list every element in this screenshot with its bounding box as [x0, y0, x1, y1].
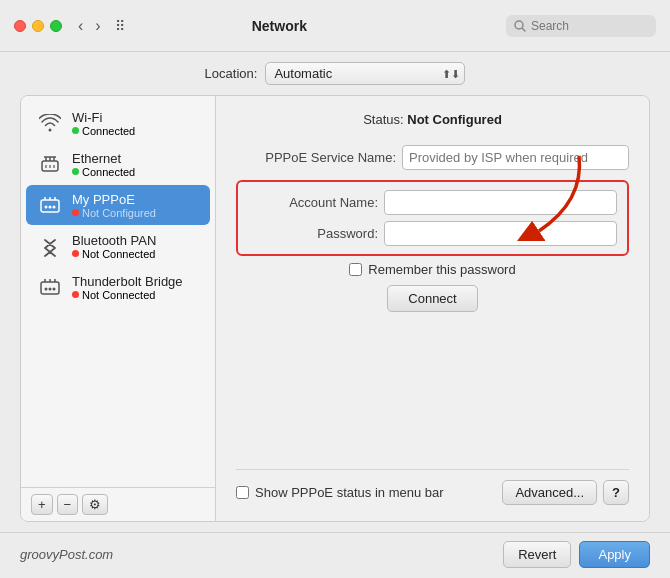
sidebar-list: Wi-Fi Connected	[21, 96, 215, 487]
remove-connection-button[interactable]: −	[57, 494, 79, 515]
svg-point-16	[53, 206, 56, 209]
add-connection-button[interactable]: +	[31, 494, 53, 515]
svg-point-22	[49, 288, 52, 291]
thunderbolt-status-text: Not Connected	[82, 289, 155, 301]
bluetooth-icon	[36, 232, 64, 260]
wifi-status-dot	[72, 127, 79, 134]
svg-line-1	[523, 28, 526, 31]
main-content: Location: Automatic Edit Locations... ⬆⬇	[0, 52, 670, 532]
bluetooth-status-text: Not Connected	[82, 248, 155, 260]
search-icon	[514, 20, 526, 32]
location-select-wrapper: Automatic Edit Locations... ⬆⬇	[265, 62, 465, 85]
sidebar-footer: + − ⚙	[21, 487, 215, 521]
ethernet-name: Ethernet	[72, 151, 135, 166]
bluetooth-item-text: Bluetooth PAN Not Connected	[72, 233, 156, 260]
ethernet-icon	[36, 150, 64, 178]
minimize-button[interactable]	[32, 20, 44, 32]
pppoe-item-text: My PPPoE Not Configured	[72, 192, 156, 219]
remember-password-checkbox[interactable]	[349, 263, 362, 276]
status-value: Not Configured	[407, 112, 502, 127]
pppoe-icon	[36, 191, 64, 219]
window-title: Network	[53, 18, 506, 34]
bluetooth-status: Not Connected	[72, 248, 156, 260]
location-select[interactable]: Automatic Edit Locations...	[265, 62, 465, 85]
right-panel-footer: Show PPPoE status in menu bar Advanced..…	[236, 469, 629, 505]
show-status-checkbox[interactable]	[236, 486, 249, 499]
wifi-name: Wi-Fi	[72, 110, 135, 125]
sidebar-item-wifi[interactable]: Wi-Fi Connected	[26, 103, 210, 143]
action-buttons: Revert Apply	[503, 541, 650, 568]
connect-row: Connect	[236, 285, 629, 312]
thunderbolt-status: Not Connected	[72, 289, 183, 301]
show-status-row: Show PPPoE status in menu bar	[236, 485, 444, 500]
pppoe-name: My PPPoE	[72, 192, 156, 207]
remember-password-label: Remember this password	[368, 262, 515, 277]
sidebar-item-pppoe[interactable]: My PPPoE Not Configured	[26, 185, 210, 225]
search-input[interactable]	[531, 19, 648, 33]
password-label: Password:	[248, 226, 378, 241]
watermark: groovyPost.com	[20, 547, 113, 562]
wifi-status-text: Connected	[82, 125, 135, 137]
bottom-bar: groovyPost.com Revert Apply	[0, 532, 670, 578]
pppoe-status: Not Configured	[72, 207, 156, 219]
help-button[interactable]: ?	[603, 480, 629, 505]
remember-password-row: Remember this password	[236, 262, 629, 277]
wifi-status: Connected	[72, 125, 135, 137]
account-name-label: Account Name:	[248, 195, 378, 210]
apply-button[interactable]: Apply	[579, 541, 650, 568]
svg-point-14	[45, 206, 48, 209]
wifi-item-text: Wi-Fi Connected	[72, 110, 135, 137]
svg-point-21	[45, 288, 48, 291]
thunderbolt-icon	[36, 273, 64, 301]
sidebar: Wi-Fi Connected	[21, 96, 216, 521]
pppoe-status-dot	[72, 209, 79, 216]
status-label: Status:	[363, 112, 403, 127]
search-box	[506, 15, 656, 37]
svg-point-0	[515, 21, 523, 29]
advanced-button[interactable]: Advanced...	[502, 480, 597, 505]
svg-point-23	[53, 288, 56, 291]
titlebar: ‹ › ⠿ Network	[0, 0, 670, 52]
location-label: Location:	[205, 66, 258, 81]
right-footer-buttons: Advanced... ?	[502, 480, 629, 505]
revert-button[interactable]: Revert	[503, 541, 571, 568]
ethernet-status: Connected	[72, 166, 135, 178]
status-line: Status: Not Configured	[236, 112, 629, 127]
connect-button[interactable]: Connect	[387, 285, 477, 312]
main-panel: Wi-Fi Connected	[20, 95, 650, 522]
bluetooth-name: Bluetooth PAN	[72, 233, 156, 248]
location-bar: Location: Automatic Edit Locations... ⬆⬇	[20, 62, 650, 85]
thunderbolt-item-text: Thunderbolt Bridge Not Connected	[72, 274, 183, 301]
svg-point-15	[49, 206, 52, 209]
close-button[interactable]	[14, 20, 26, 32]
sidebar-item-ethernet[interactable]: Ethernet Connected	[26, 144, 210, 184]
bluetooth-status-dot	[72, 250, 79, 257]
pppoe-status-text: Not Configured	[82, 207, 156, 219]
ethernet-item-text: Ethernet Connected	[72, 151, 135, 178]
sidebar-item-thunderbolt[interactable]: Thunderbolt Bridge Not Connected	[26, 267, 210, 307]
ethernet-status-text: Connected	[82, 166, 135, 178]
wifi-icon	[36, 109, 64, 137]
settings-connection-button[interactable]: ⚙	[82, 494, 108, 515]
right-panel: Status: Not Configured PPPoE Service	[216, 96, 649, 521]
arrow-indicator	[509, 151, 589, 245]
thunderbolt-status-dot	[72, 291, 79, 298]
show-status-label: Show PPPoE status in menu bar	[255, 485, 444, 500]
sidebar-item-bluetooth[interactable]: Bluetooth PAN Not Connected	[26, 226, 210, 266]
ethernet-status-dot	[72, 168, 79, 175]
thunderbolt-name: Thunderbolt Bridge	[72, 274, 183, 289]
service-name-label: PPPoE Service Name:	[236, 150, 396, 165]
